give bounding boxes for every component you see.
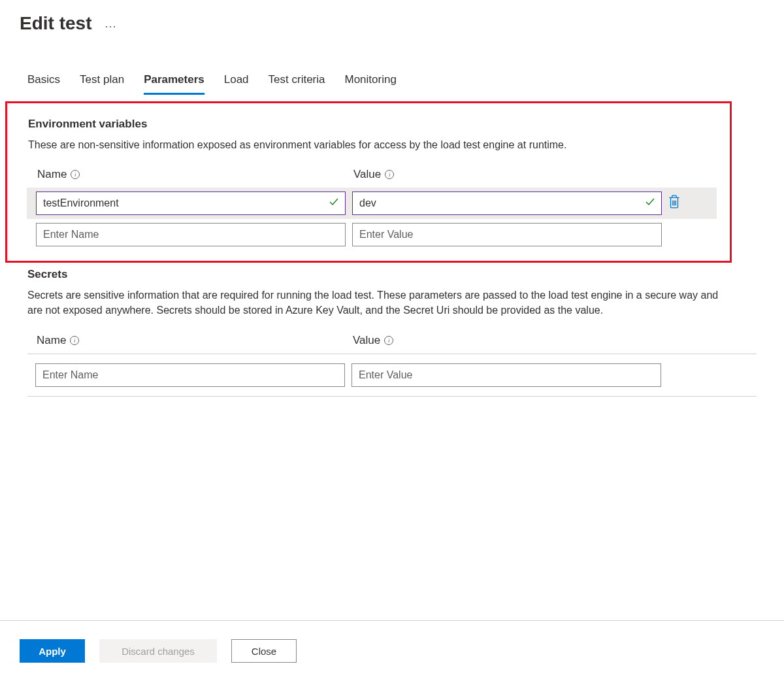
checkmark-icon [645, 197, 655, 210]
tab-test-plan[interactable]: Test plan [80, 73, 124, 95]
close-button[interactable]: Close [231, 639, 297, 663]
info-icon[interactable]: i [70, 336, 79, 345]
env-name-header-label: Name [37, 168, 67, 181]
tab-bar: Basics Test plan Parameters Load Test cr… [0, 34, 784, 95]
secrets-heading: Secrets [27, 268, 757, 281]
tab-monitoring[interactable]: Monitoring [345, 73, 397, 95]
secrets-name-header: Name i [37, 334, 353, 347]
footer-actions: Apply Discard changes Close [0, 620, 784, 663]
info-icon[interactable]: i [385, 170, 394, 179]
info-icon[interactable]: i [384, 336, 393, 345]
secrets-value-header-label: Value [353, 334, 380, 347]
env-var-value-input[interactable] [352, 191, 662, 215]
env-var-name-input[interactable] [36, 223, 346, 246]
secret-value-input[interactable] [351, 363, 661, 387]
tab-parameters[interactable]: Parameters [144, 73, 204, 95]
secrets-name-header-label: Name [37, 334, 66, 347]
highlight-annotation: Environment variables These are non-sens… [5, 101, 732, 263]
env-var-name-input[interactable] [36, 191, 346, 215]
secret-row-empty [26, 359, 757, 391]
env-value-header-label: Value [353, 168, 381, 181]
env-value-header: Value i [353, 168, 670, 181]
tab-basics[interactable]: Basics [27, 73, 60, 95]
env-vars-heading: Environment variables [28, 118, 717, 131]
env-var-row [27, 188, 717, 219]
env-name-header: Name i [37, 168, 353, 181]
info-icon[interactable]: i [71, 170, 80, 179]
env-var-value-input[interactable] [352, 223, 662, 246]
page-title: Edit test [20, 13, 91, 34]
secrets-value-header: Value i [353, 334, 669, 347]
delete-icon[interactable] [668, 195, 683, 212]
secrets-description: Secrets are sensitive information that a… [27, 288, 720, 318]
env-vars-description: These are non-sensitive information expo… [28, 137, 717, 152]
env-var-row-empty [27, 219, 717, 250]
checkmark-icon [329, 197, 339, 210]
tab-test-criteria[interactable]: Test criteria [269, 73, 325, 95]
apply-button[interactable]: Apply [20, 639, 85, 663]
tab-load[interactable]: Load [224, 73, 249, 95]
discard-changes-button[interactable]: Discard changes [99, 639, 217, 663]
secret-name-input[interactable] [35, 363, 345, 387]
more-actions-icon[interactable]: ··· [105, 14, 116, 33]
